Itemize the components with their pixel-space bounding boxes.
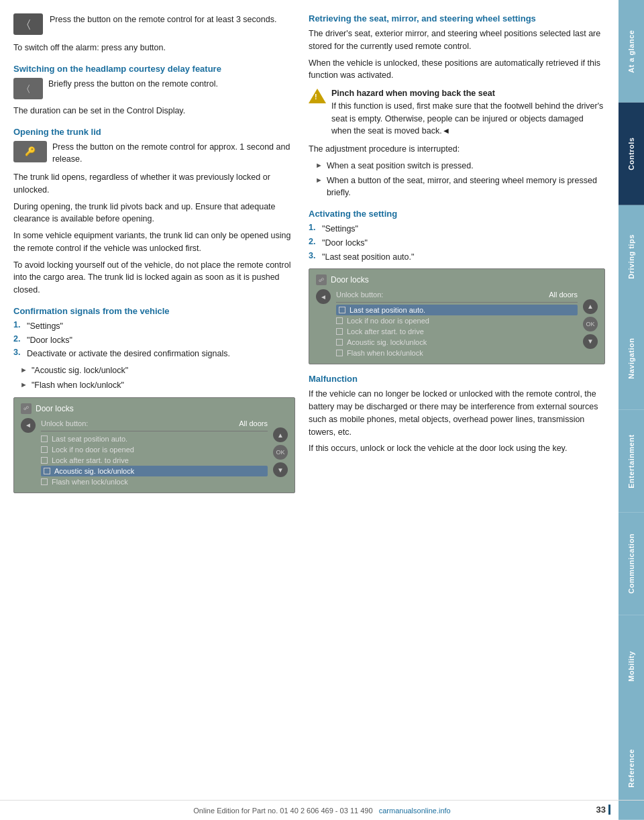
left-row-1: Lock if no door is opened (41, 444, 268, 455)
left-screen-content: ◄ Unlock button: All doors Last seat pos… (21, 418, 288, 487)
right-screen-nav-btn[interactable]: ◄ (316, 289, 331, 304)
activating-numbered-list: 1. "Settings" 2. "Door locks" 3. "Last s… (309, 223, 605, 263)
seat-bullet-arrow-1: ► (315, 161, 323, 169)
right-screen-mockup: ☍ Door locks ◄ Unlock button: All doors (309, 268, 605, 364)
page-number-value: 33 (596, 805, 610, 815)
left-screen-ok-btn[interactable]: OK (273, 445, 288, 460)
sidebar-tab-label-driving-tips: Driving tips (627, 234, 635, 279)
right-screen-main: Unlock button: All doors Last seat posit… (336, 289, 578, 358)
left-screen-up-btn[interactable]: ▲ (273, 427, 288, 442)
conf-bullet-text-2: "Flash when lock/unlock" (32, 379, 124, 392)
conf-bullet-text-1: "Acoustic sig. lock/unlock" (32, 364, 128, 377)
page-number: 33 (596, 805, 610, 815)
malfunction-body1: If the vehicle can no longer be locked o… (309, 388, 605, 438)
left-screen-icon: ☍ (21, 403, 32, 414)
left-row-label-3: Acoustic sig. lock/unlock (54, 467, 134, 475)
right-row-0: Last seat position auto. (336, 305, 578, 315)
sidebar: At a glance Controls Driving tips Naviga… (619, 0, 644, 820)
section-seat-heading: Retrieving the seat, mirror, and steerin… (309, 13, 605, 23)
seat-bullet-text-2: When a button of the seat, mirror, and s… (327, 174, 605, 200)
left-row-2: Lock after start. to drive (41, 455, 268, 466)
confirmation-numbered-list: 1. "Settings" 2. "Door locks" 3. Deactiv… (13, 320, 295, 360)
right-screen-title-bar: ☍ Door locks (316, 274, 598, 285)
right-screen-title: Door locks (331, 275, 369, 285)
seat-bullet-2: ► When a button of the seat, mirror, and… (315, 174, 605, 200)
right-cb-2 (336, 328, 343, 335)
sidebar-tab-mobility[interactable]: Mobility (619, 615, 644, 718)
right-screen-ok-btn[interactable]: OK (583, 317, 598, 331)
sidebar-tab-entertainment[interactable]: Entertainment (619, 410, 644, 513)
seat-bullet-list: ► When a seat position switch is pressed… (315, 160, 605, 199)
left-row-label-1: Lock if no door is opened (52, 446, 134, 454)
warning-body: If this function is used, first make sur… (331, 100, 605, 138)
seat-body1: The driver's seat, exterior mirror, and … (309, 28, 605, 53)
conf-num-2: 2. (13, 334, 23, 347)
footer-text: Online Edition for Part no. 01 40 2 606 … (193, 807, 372, 815)
confirmation-bullet-list: ► "Acoustic sig. lock/unlock" ► "Flash w… (20, 364, 295, 392)
left-row-0: Last seat position auto. (41, 433, 268, 444)
left-screen-unlock-value: All doors (239, 419, 268, 427)
right-screen-down-btn[interactable]: ▼ (583, 334, 598, 349)
sidebar-tab-label-communication: Communication (627, 533, 635, 594)
section-activating-heading: Activating the setting (309, 209, 605, 219)
right-cb-3 (336, 339, 343, 346)
left-cb-0 (41, 435, 48, 442)
left-screen-unlock-label: Unlock button: (41, 419, 88, 427)
left-row-label-4: Flash when lock/unlock (52, 478, 128, 486)
seat-body2: When the vehicle is unlocked, these posi… (309, 57, 605, 83)
warning-triangle-icon (309, 89, 326, 103)
warning-box: Pinch hazard when moving back the seat I… (309, 87, 605, 138)
conf-text-1: "Settings" (27, 320, 63, 333)
sidebar-tab-navigation[interactable]: Navigation (619, 307, 644, 410)
sidebar-tab-label-controls: Controls (627, 138, 635, 170)
right-row-label-4: Flash when lock/unlock (347, 349, 423, 357)
conf-item-3: 3. Deactivate or activate the desired co… (13, 348, 295, 360)
conf-num-1: 1. (13, 320, 23, 333)
right-screen-side-btns: ▲ OK ▼ (583, 289, 598, 358)
remote-small-icon: 〈 (13, 78, 43, 99)
right-column: Retrieving the seat, mirror, and steerin… (309, 13, 605, 793)
trunk-body4: To avoid locking yourself out of the veh… (13, 259, 295, 297)
conf-text-2: "Door locks" (27, 334, 72, 347)
left-row-label-2: Lock after start. to drive (52, 456, 129, 464)
right-row-3: Acoustic sig. lock/unlock (336, 337, 578, 348)
left-screen-title-bar: ☍ Door locks (21, 403, 288, 414)
seat-bullet-text-1: When a seat position switch is pressed. (327, 160, 474, 172)
right-row-label-0: Last seat position auto. (350, 306, 425, 314)
alarm-text: To switch off the alarm: press any butto… (13, 42, 295, 54)
right-row-1: Lock if no door is opened (336, 315, 578, 326)
conf-bullet-1: ► "Acoustic sig. lock/unlock" (20, 364, 295, 377)
top-instruction-row: 〈 Press the button on the remote control… (13, 13, 295, 35)
trunk-body3: In some vehicle equipment variants, the … (13, 229, 295, 255)
left-screen-down-btn[interactable]: ▼ (273, 462, 288, 477)
section-headlamp-heading: Switching on the headlamp courtesy delay… (13, 64, 295, 74)
seat-bullet-1: ► When a seat position switch is pressed… (315, 160, 605, 172)
right-screen-up-btn[interactable]: ▲ (583, 299, 598, 314)
seat-bullet-arrow-2: ► (315, 176, 323, 184)
sidebar-tab-label-mobility: Mobility (627, 651, 635, 682)
left-cb-4 (41, 478, 48, 485)
sidebar-tab-at-a-glance[interactable]: At a glance (619, 0, 644, 103)
trunk-instruction-text: Press the button on the remote control f… (52, 141, 295, 166)
sidebar-tab-driving-tips[interactable]: Driving tips (619, 205, 644, 308)
right-screen-content: ◄ Unlock button: All doors Last seat pos… (316, 289, 598, 358)
left-screen-main: Unlock button: All doors Last seat posit… (41, 418, 268, 487)
bullet-arrow-icon-2: ► (20, 380, 28, 389)
act-item-3: 3. "Last seat position auto." (309, 251, 605, 264)
sidebar-tab-label-reference: Reference (627, 750, 635, 788)
left-row-3: Acoustic sig. lock/unlock (41, 466, 268, 476)
left-screen-nav-btn[interactable]: ◄ (21, 418, 36, 433)
sidebar-tab-communication[interactable]: Communication (619, 513, 644, 615)
right-cb-4 (336, 350, 343, 356)
section-confirmation-heading: Confirmation signals from the vehicle (13, 306, 295, 316)
top-instruction-text: Press the button on the remote control f… (50, 13, 276, 26)
act-item-1: 1. "Settings" (309, 223, 605, 236)
sidebar-tab-controls[interactable]: Controls (619, 103, 644, 205)
remote-button-icon: 〈 (13, 13, 43, 35)
bullet-arrow-icon-1: ► (20, 366, 28, 374)
sidebar-tab-label-at-a-glance: At a glance (627, 30, 635, 72)
interruption-text: The adjustment procedure is interrupted: (309, 143, 605, 156)
right-row-label-3: Acoustic sig. lock/unlock (347, 338, 427, 346)
right-row-2: Lock after start. to drive (336, 326, 578, 337)
trunk-instruction-row: 🔑 Press the button on the remote control… (13, 141, 295, 166)
